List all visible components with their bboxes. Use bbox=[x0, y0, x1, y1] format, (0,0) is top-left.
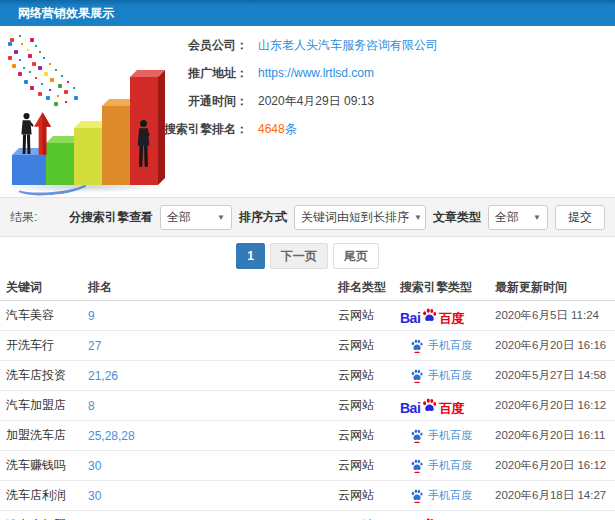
hero-bar-orange bbox=[102, 106, 130, 185]
pagination: 1 下一页 尾页 bbox=[0, 237, 615, 275]
businessman-on-bar-icon bbox=[19, 113, 34, 156]
mobile-baidu-logo: 手机百度 bbox=[410, 338, 472, 354]
update-time-cell: 2020年6月18日 14:27 bbox=[495, 488, 615, 503]
engine-cell: 手机百度 bbox=[400, 458, 495, 474]
baidu-logo: Bai 百度 bbox=[400, 517, 463, 520]
page-header: 网络营销效果展示 bbox=[0, 0, 615, 26]
baidu-logo-du-text: 百度 bbox=[439, 402, 463, 415]
header-engine-type: 搜索引擎类型 bbox=[400, 279, 495, 296]
header-rank-type: 排名类型 bbox=[338, 279, 400, 296]
engine-rank-value: 4648条 bbox=[258, 121, 297, 138]
mobile-baidu-paw-icon bbox=[410, 488, 424, 504]
rank-link[interactable]: 30 bbox=[88, 489, 101, 503]
baidu-logo-bai-text: Bai bbox=[400, 311, 420, 325]
update-time-cell: 2020年6月5日 11:24 bbox=[495, 308, 615, 323]
page-button-current[interactable]: 1 bbox=[236, 243, 265, 269]
engine-cell: 手机百度 bbox=[400, 428, 495, 444]
article-type-select[interactable]: 全部 ▼ bbox=[488, 205, 548, 230]
sort-order-label: 排序方式 bbox=[239, 209, 287, 226]
rank-type-cell: 云网站 bbox=[338, 427, 400, 444]
rank-type-cell: 云网站 bbox=[338, 367, 400, 384]
results-table: 关键词 排名 排名类型 搜索引擎类型 最新更新时间 汽车美容 9 云网站 Bai… bbox=[0, 275, 615, 520]
mobile-baidu-logo: 手机百度 bbox=[410, 488, 472, 504]
engine-cell: 手机百度 bbox=[400, 488, 495, 504]
engine-cell: Bai 百度 bbox=[400, 517, 495, 520]
company-label: 会员公司： bbox=[140, 37, 248, 54]
table-row: 洗车店利润 30 云网站 手机百度 2020年6月18日 14:27 bbox=[0, 481, 615, 511]
baidu-logo: Bai 百度 bbox=[400, 307, 463, 325]
rank-link[interactable]: 30 bbox=[88, 459, 101, 473]
rank-link[interactable]: 8 bbox=[88, 399, 95, 413]
engine-filter-select[interactable]: 全部 ▼ bbox=[160, 205, 232, 230]
table-row: 汽车美容 9 云网站 Bai 百度 2020年6月5日 11:24 bbox=[0, 301, 615, 331]
member-info-panel: 会员公司： 山东老人头汽车服务咨询有限公司 推广地址： https://www.… bbox=[140, 36, 438, 148]
article-type-value: 全部 bbox=[495, 209, 519, 226]
rank-type-cell: 云网站 bbox=[338, 457, 400, 474]
page-title: 网络营销效果展示 bbox=[18, 6, 114, 20]
engine-rank-label: 搜索引擎排名： bbox=[140, 121, 248, 138]
info-row-url: 推广地址： https://www.lrtlsd.com bbox=[140, 64, 438, 82]
engine-filter-value: 全部 bbox=[167, 209, 191, 226]
results-label: 结果: bbox=[10, 209, 37, 226]
confetti-decoration bbox=[10, 38, 14, 42]
table-row: 洗车赚钱吗 30 云网站 手机百度 2020年6月20日 16:12 bbox=[0, 451, 615, 481]
update-time-cell: 2020年6月20日 16:12 bbox=[495, 458, 615, 473]
page-button-last[interactable]: 尾页 bbox=[333, 243, 379, 269]
keyword-cell: 开洗车行 bbox=[0, 337, 88, 354]
rank-count-unit: 条 bbox=[285, 122, 297, 136]
filter-controls: 分搜索引擎查看 全部 ▼ 排序方式 关键词由短到长排序 ▼ 文章类型 全部 ▼ … bbox=[69, 205, 605, 230]
update-time-cell: 2020年6月20日 16:12 bbox=[495, 398, 615, 413]
rank-link[interactable]: 9 bbox=[88, 309, 95, 323]
company-link[interactable]: 山东老人头汽车服务咨询有限公司 bbox=[258, 37, 438, 54]
baidu-paw-icon bbox=[421, 517, 438, 520]
rank-link[interactable]: 25,28,28 bbox=[88, 429, 135, 443]
table-header-row: 关键词 排名 排名类型 搜索引擎类型 最新更新时间 bbox=[0, 275, 615, 301]
keyword-cell: 汽车加盟店 bbox=[0, 397, 88, 414]
baidu-logo-du-text: 百度 bbox=[439, 312, 463, 325]
chevron-down-icon: ▼ bbox=[217, 213, 225, 222]
table-row: 汽车加盟店 8 云网站 Bai 百度 2020年6月20日 16:12 bbox=[0, 391, 615, 421]
rank-type-cell: 云网站 bbox=[338, 397, 400, 414]
rank-link[interactable]: 21,26 bbox=[88, 369, 118, 383]
keyword-cell: 加盟洗车店 bbox=[0, 427, 88, 444]
engine-cell: Bai 百度 bbox=[400, 397, 495, 415]
baidu-logo: Bai 百度 bbox=[400, 397, 463, 415]
filter-bar: 结果: 分搜索引擎查看 全部 ▼ 排序方式 关键词由短到长排序 ▼ 文章类型 全… bbox=[0, 197, 615, 237]
header-update-time: 最新更新时间 bbox=[495, 279, 615, 296]
table-row: 开洗车行 27 云网站 手机百度 2020年6月20日 16:16 bbox=[0, 331, 615, 361]
page-button-next[interactable]: 下一页 bbox=[270, 243, 328, 269]
rank-count-number: 4648 bbox=[258, 122, 285, 136]
baidu-paw-icon bbox=[421, 397, 438, 415]
mobile-baidu-label: 手机百度 bbox=[428, 430, 472, 441]
update-time-cell: 2020年5月27日 14:58 bbox=[495, 368, 615, 383]
info-row-company: 会员公司： 山东老人头汽车服务咨询有限公司 bbox=[140, 36, 438, 54]
sort-order-value: 关键词由短到长排序 bbox=[301, 209, 409, 226]
info-row-rank-count: 搜索引擎排名： 4648条 bbox=[140, 120, 438, 138]
promo-url-link[interactable]: https://www.lrtlsd.com bbox=[258, 66, 374, 80]
update-time-cell: 2020年6月20日 16:16 bbox=[495, 338, 615, 353]
rank-link[interactable]: 27 bbox=[88, 339, 101, 353]
table-row: 加盟洗车店 25,28,28 云网站 手机百度 2020年6月20日 16:11 bbox=[0, 421, 615, 451]
header-rank: 排名 bbox=[88, 279, 338, 296]
hero-bar-blue bbox=[12, 155, 46, 185]
engine-filter-label: 分搜索引擎查看 bbox=[69, 209, 153, 226]
open-time-label: 开通时间： bbox=[140, 93, 248, 110]
keyword-cell: 汽车美容 bbox=[0, 307, 88, 324]
chevron-down-icon: ▼ bbox=[414, 213, 422, 222]
mobile-baidu-logo: 手机百度 bbox=[410, 428, 472, 444]
red-up-arrow-icon bbox=[34, 110, 51, 157]
rank-type-cell: 云网站 bbox=[338, 337, 400, 354]
sort-order-select[interactable]: 关键词由短到长排序 ▼ bbox=[294, 205, 426, 230]
table-body: 汽车美容 9 云网站 Bai 百度 2020年6月5日 11:24 开洗车行 2… bbox=[0, 301, 615, 520]
hero-bar-yellow bbox=[74, 128, 102, 185]
mobile-baidu-label: 手机百度 bbox=[428, 370, 472, 381]
mobile-baidu-paw-icon bbox=[410, 368, 424, 384]
header-keyword: 关键词 bbox=[0, 279, 88, 296]
article-type-label: 文章类型 bbox=[433, 209, 481, 226]
chevron-down-icon: ▼ bbox=[533, 213, 541, 222]
table-row: 洗车店投资 21,26 云网站 手机百度 2020年5月27日 14:58 bbox=[0, 361, 615, 391]
info-row-open-time: 开通时间： 2020年4月29日 09:13 bbox=[140, 92, 438, 110]
submit-button[interactable]: 提交 bbox=[555, 205, 605, 230]
mobile-baidu-paw-icon bbox=[410, 428, 424, 444]
promo-url-label: 推广地址： bbox=[140, 65, 248, 82]
